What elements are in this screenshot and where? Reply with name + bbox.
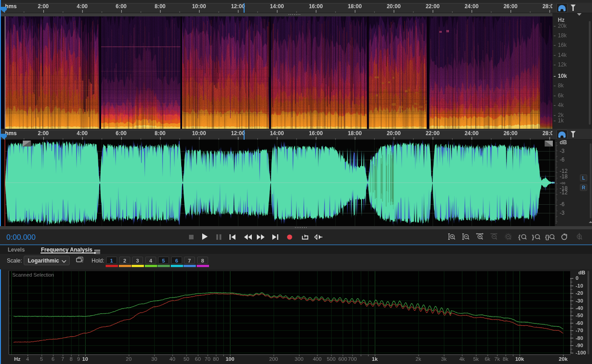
svg-text:10:00: 10:00 <box>192 130 206 136</box>
svg-text:16:00: 16:00 <box>309 130 323 136</box>
svg-text:26:00: 26:00 <box>504 130 518 136</box>
svg-text:8k: 8k <box>503 356 508 362</box>
svg-text:14:00: 14:00 <box>270 130 284 136</box>
svg-text:}: } <box>532 233 534 240</box>
svg-text:6k: 6k <box>485 356 490 362</box>
svg-text:60: 60 <box>195 356 201 362</box>
svg-text:200: 200 <box>269 356 278 362</box>
svg-text:5: 5 <box>40 356 43 362</box>
svg-text:Scanned Selection: Scanned Selection <box>12 272 54 278</box>
svg-text:-12: -12 <box>560 189 568 196</box>
svg-text:300: 300 <box>295 356 303 362</box>
svg-text:4k: 4k <box>558 102 564 108</box>
svg-text:400: 400 <box>313 356 322 362</box>
svg-text:4:00: 4:00 <box>77 130 87 136</box>
svg-text:-40: -40 <box>576 305 583 311</box>
svg-text:20k: 20k <box>559 356 568 362</box>
svg-text:8: 8 <box>70 356 72 362</box>
svg-text:-3: -3 <box>560 210 565 216</box>
svg-text:8k: 8k <box>558 82 564 89</box>
svg-text:9: 9 <box>77 356 80 362</box>
svg-text:30: 30 <box>151 356 157 362</box>
svg-text:10k: 10k <box>558 73 567 79</box>
svg-text:dB: dB <box>560 140 567 146</box>
svg-text:-6: -6 <box>560 157 565 163</box>
svg-text:8:00: 8:00 <box>154 3 165 10</box>
svg-text:18:00: 18:00 <box>348 3 362 10</box>
svg-text:2:00: 2:00 <box>38 3 49 10</box>
svg-text:24:00: 24:00 <box>464 130 479 136</box>
svg-text:4k: 4k <box>459 356 464 362</box>
svg-text:22:00: 22:00 <box>426 130 440 136</box>
svg-text:Hz: Hz <box>558 17 565 23</box>
svg-text:28:00: 28:00 <box>542 3 552 10</box>
svg-text:1k: 1k <box>372 356 378 362</box>
svg-text:6k: 6k <box>558 92 564 99</box>
svg-text:700: 700 <box>348 356 357 362</box>
svg-text:26:00: 26:00 <box>504 3 518 10</box>
svg-text:80: 80 <box>213 356 219 362</box>
svg-text:0: 0 <box>576 275 578 281</box>
svg-text:-10: -10 <box>576 283 583 288</box>
svg-text:8:00: 8:00 <box>154 130 165 136</box>
svg-text:2k: 2k <box>416 356 421 362</box>
svg-text:-3: -3 <box>560 148 565 154</box>
svg-text:10:00: 10:00 <box>192 3 206 10</box>
svg-text:L: L <box>582 175 585 181</box>
svg-text:20: 20 <box>126 356 132 362</box>
svg-text:-18: -18 <box>560 173 568 180</box>
svg-text:4: 4 <box>26 356 29 362</box>
svg-text:-50: -50 <box>576 313 583 318</box>
svg-text:18:00: 18:00 <box>348 130 362 136</box>
svg-text:-90: -90 <box>576 343 583 348</box>
svg-text:14:00: 14:00 <box>270 3 284 10</box>
svg-text:16k: 16k <box>558 42 567 48</box>
svg-text:R: R <box>582 185 586 190</box>
svg-text:-30: -30 <box>576 298 583 303</box>
svg-text:dB: dB <box>578 270 585 275</box>
svg-text:2:00: 2:00 <box>38 130 49 136</box>
svg-text:22:00: 22:00 <box>426 3 440 10</box>
svg-text:100: 100 <box>225 356 234 362</box>
svg-text:-6: -6 <box>560 201 565 207</box>
svg-text:20:00: 20:00 <box>387 3 401 10</box>
svg-text:6: 6 <box>51 356 54 362</box>
svg-text:20k: 20k <box>558 23 567 29</box>
svg-text:50: 50 <box>184 356 189 362</box>
svg-text:40: 40 <box>169 356 175 362</box>
svg-text:10k: 10k <box>515 356 524 362</box>
svg-text:10: 10 <box>82 356 88 362</box>
svg-text:-70: -70 <box>576 328 583 333</box>
svg-text:4:00: 4:00 <box>77 3 87 10</box>
svg-text:12:00: 12:00 <box>231 3 245 10</box>
svg-text:3k: 3k <box>441 356 447 362</box>
svg-text:{: { <box>518 233 521 240</box>
svg-text:28:00: 28:00 <box>542 130 552 136</box>
svg-text:{}: {} <box>545 234 550 240</box>
svg-text:-60: -60 <box>576 320 583 326</box>
svg-text:-20: -20 <box>576 290 583 296</box>
svg-text:18k: 18k <box>558 32 567 39</box>
svg-text:1k: 1k <box>558 117 564 124</box>
svg-text:500: 500 <box>327 356 336 362</box>
svg-text:6:00: 6:00 <box>116 130 127 136</box>
svg-text:20:00: 20:00 <box>387 130 401 136</box>
svg-text:7: 7 <box>61 356 64 362</box>
svg-text:600: 600 <box>338 356 347 362</box>
svg-text:70: 70 <box>204 356 210 362</box>
svg-text:14k: 14k <box>558 52 567 58</box>
svg-text:6:00: 6:00 <box>116 3 127 10</box>
svg-text:16:00: 16:00 <box>309 3 323 10</box>
svg-text:12:00: 12:00 <box>231 130 245 136</box>
svg-text:7k: 7k <box>495 356 500 362</box>
svg-text:24:00: 24:00 <box>464 3 479 10</box>
svg-text:12k: 12k <box>558 61 567 68</box>
svg-text:-80: -80 <box>576 335 583 341</box>
svg-text:Hz: Hz <box>14 356 20 362</box>
svg-text:5k: 5k <box>473 356 479 362</box>
